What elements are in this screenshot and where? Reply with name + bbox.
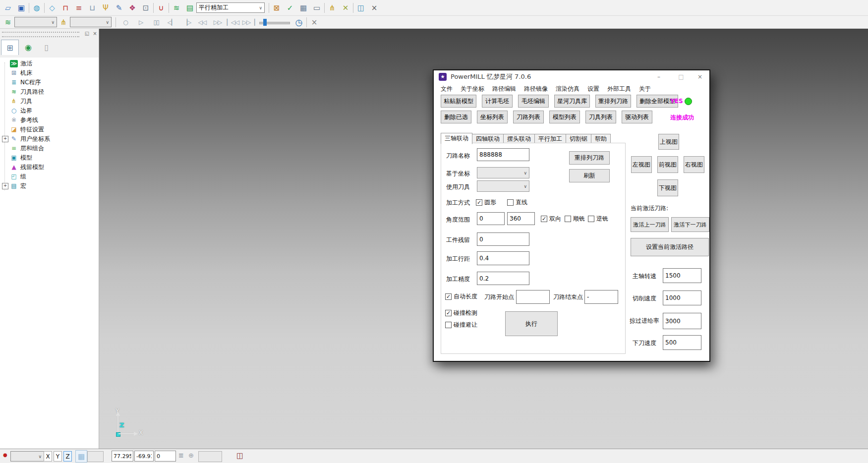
- sim-toolpath-select[interactable]: ∨: [14, 17, 57, 27]
- tree-item[interactable]: ⊞ 机床: [0, 68, 99, 78]
- block-calc-icon[interactable]: ◍: [32, 2, 42, 13]
- plunge-feed-input[interactable]: [663, 335, 701, 350]
- minimize-button[interactable]: –: [651, 72, 667, 82]
- line-checkbox[interactable]: 直线: [507, 198, 527, 207]
- set-active-path-button[interactable]: 设置当前激活路径: [631, 238, 709, 256]
- panel-drag-grip[interactable]: [2, 32, 79, 37]
- coordinate-z-input[interactable]: [155, 451, 176, 462]
- tree-item[interactable]: ○ 边界: [0, 106, 99, 116]
- menu-item[interactable]: 设置: [583, 85, 603, 93]
- activate-next-toolpath-button[interactable]: 激活下一刀路: [671, 217, 709, 232]
- play-icon[interactable]: ▷: [134, 17, 148, 28]
- panel-restore-icon[interactable]: ◱: [83, 30, 91, 37]
- tree-item[interactable]: ≋ 刀具路径: [0, 87, 99, 97]
- maximize-button[interactable]: □: [673, 72, 689, 82]
- toolpath-icon[interactable]: ≋: [172, 2, 181, 13]
- action-button[interactable]: 重排列刀路: [595, 95, 631, 108]
- pause-icon[interactable]: ▯▯: [149, 17, 163, 28]
- sim-tool-select[interactable]: ∨: [70, 17, 112, 27]
- use-tool-select[interactable]: ∨: [477, 180, 529, 192]
- tree-item[interactable]: ▣ 模型: [0, 153, 99, 163]
- axis-y-button[interactable]: Y: [54, 451, 62, 462]
- models-icon[interactable]: ◫: [356, 2, 366, 13]
- fast-forward-icon[interactable]: ▷▷: [211, 17, 225, 28]
- tree-item[interactable]: ≣ NC程序: [0, 78, 99, 87]
- block-icon[interactable]: ◇: [47, 2, 57, 13]
- view-left-button[interactable]: 左视图: [631, 156, 652, 173]
- stock-allowance-input[interactable]: [477, 232, 529, 246]
- coordinate-y-input[interactable]: [134, 451, 154, 462]
- action-button[interactable]: 星河刀具库: [554, 95, 590, 108]
- skim-feed-input[interactable]: [663, 313, 701, 329]
- view-right-button[interactable]: 右视图: [684, 156, 704, 173]
- angle-from-input[interactable]: [477, 212, 505, 225]
- axis-x-button[interactable]: X: [44, 451, 52, 462]
- tree-item[interactable]: ◪ 特征设置: [0, 125, 99, 134]
- refresh-button[interactable]: 刷新: [569, 169, 610, 182]
- conventional-mill-checkbox[interactable]: 逆铣: [588, 215, 608, 223]
- menu-item[interactable]: 路径镜像: [520, 85, 552, 93]
- grid-toggle-button[interactable]: ▦: [75, 450, 87, 463]
- action-button[interactable]: 删除已选: [441, 111, 471, 123]
- panel-close-icon[interactable]: ×: [91, 30, 99, 37]
- tree-item[interactable]: + ✎ 用户坐标系: [0, 134, 99, 144]
- rewind-icon[interactable]: ◁◁: [195, 17, 209, 28]
- execute-button[interactable]: 执行: [505, 311, 558, 336]
- tab-3axis[interactable]: 三轴联动: [441, 133, 472, 144]
- toolpath-sim-icon[interactable]: ≋: [3, 17, 13, 28]
- view-front-button[interactable]: 前视图: [657, 156, 678, 173]
- cutting-feed-input[interactable]: [663, 290, 701, 305]
- verify-tool-icon[interactable]: ✓: [285, 2, 295, 13]
- feed-rate-icon[interactable]: ⊓: [60, 2, 70, 13]
- leads-links-icon[interactable]: Ψ: [101, 2, 111, 13]
- toolpath-list-icon[interactable]: ▤: [185, 2, 195, 13]
- view-bottom-button[interactable]: 下视图: [657, 179, 678, 196]
- circle-checkbox[interactable]: ✓ 圆形: [476, 198, 496, 207]
- climb-mill-checkbox[interactable]: 顺铣: [565, 215, 585, 223]
- tool-sim-icon[interactable]: ⋔: [58, 17, 68, 28]
- angle-to-input[interactable]: [507, 212, 535, 225]
- start-point-input[interactable]: [516, 290, 550, 304]
- activate-prev-toolpath-button[interactable]: 激活上一刀路: [631, 217, 669, 232]
- action-button[interactable]: 刀路列表: [513, 111, 544, 123]
- tolerance-input[interactable]: [477, 272, 529, 285]
- action-button[interactable]: 驱动列表: [622, 111, 652, 123]
- action-button[interactable]: 刀具列表: [585, 111, 616, 123]
- notebook-icon[interactable]: ◫: [236, 451, 243, 460]
- calculator-icon[interactable]: ▦: [298, 2, 308, 13]
- tree-item[interactable]: ※ 参考线: [0, 116, 99, 125]
- tree-item[interactable]: ≡ 层和组合: [0, 144, 99, 153]
- menu-item[interactable]: 关于坐标: [457, 85, 488, 93]
- action-button[interactable]: 毛坯编辑: [518, 95, 549, 108]
- action-button[interactable]: 模型列表: [549, 111, 580, 123]
- close-sim-toolbar-icon[interactable]: ×: [309, 17, 319, 28]
- active-toolpath-select[interactable]: 平行精加工 ∨: [196, 2, 265, 13]
- end-point-input[interactable]: [584, 290, 618, 304]
- action-button[interactable]: 坐标列表: [477, 111, 508, 123]
- auto-length-checkbox[interactable]: ✓ 自动长度: [445, 292, 477, 301]
- collision-check-checkbox[interactable]: ✓ 碰撞检测: [445, 309, 477, 317]
- cursor-mode-icon[interactable]: ●: [3, 452, 7, 458]
- collision-avoid-checkbox[interactable]: 碰撞避让: [445, 321, 477, 329]
- tab-explorer-tree[interactable]: ⊞: [1, 40, 19, 55]
- close-toolbar-icon[interactable]: ×: [369, 2, 379, 13]
- toolpath-name-input[interactable]: [477, 148, 529, 161]
- statistics-icon[interactable]: ≡: [74, 2, 84, 13]
- menu-item[interactable]: 关于: [635, 85, 655, 93]
- stepover-input[interactable]: [477, 251, 529, 265]
- cross-tools-icon[interactable]: ✕: [341, 2, 350, 13]
- step-back-icon[interactable]: ◁▏: [165, 17, 178, 28]
- save-project-icon[interactable]: ▣: [16, 2, 26, 13]
- tool-pair-icon[interactable]: ⋔: [327, 2, 337, 13]
- status-input-1[interactable]: [87, 451, 104, 462]
- ruler-icon[interactable]: ▭: [312, 2, 322, 13]
- tree-item[interactable]: ▲ 残留模型: [0, 163, 99, 172]
- action-button[interactable]: 计算毛坯: [482, 95, 513, 108]
- tool-icon[interactable]: ⊔: [87, 2, 97, 13]
- step-forward-icon[interactable]: ▕▷: [180, 17, 194, 28]
- menu-item[interactable]: 渲染仿真: [552, 85, 583, 93]
- tab-web-globe[interactable]: ◉: [19, 40, 37, 55]
- edit-toolpath-icon[interactable]: ✎: [114, 2, 124, 13]
- coordinate-x-input[interactable]: [112, 451, 133, 462]
- holder-icon[interactable]: ∪: [156, 2, 166, 13]
